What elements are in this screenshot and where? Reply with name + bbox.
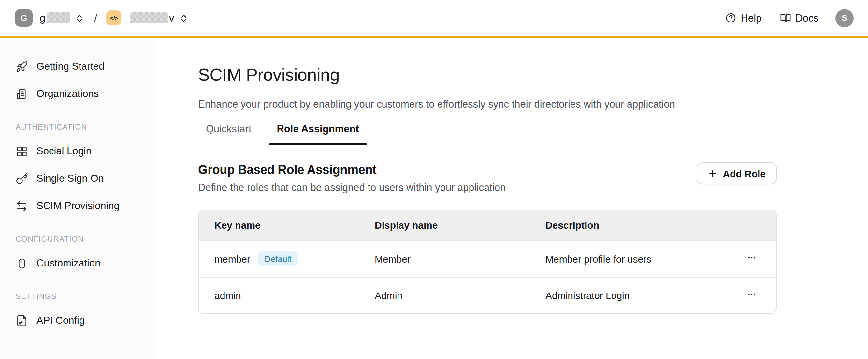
user-avatar-letter: S [842,13,847,23]
add-role-button[interactable]: Add Role [696,162,777,185]
table-row: member Default Member Member profile for… [199,240,776,277]
main-content: SCIM Provisioning Enhance your product b… [156,38,868,359]
building-icon [16,88,28,100]
row-menu-button[interactable] [744,288,759,303]
project-name-redacted [131,12,168,24]
plus-icon [708,168,717,178]
roles-table: Key name Display name Description member [198,210,777,314]
project-switcher[interactable]: v [129,12,189,24]
column-header-actions [735,210,776,240]
tab-quickstart[interactable]: Quickstart [198,123,259,144]
page-subtitle: Enhance your product by enabling your cu… [198,98,777,111]
help-button[interactable]: Help [725,12,762,24]
sidebar-item-label: Single Sign On [36,173,104,185]
table-row: admin Admin Administrator Login [199,277,776,314]
sidebar: Getting Started Organizations AUTHENTICA… [0,38,156,359]
sidebar-item-label: Organizations [36,88,99,100]
sidebar-section-configuration: CONFIGURATION [16,234,156,244]
org-name-redacted [46,12,69,24]
sidebar-item-single-sign-on[interactable]: Single Sign On [16,169,156,188]
chevrons-up-down-icon [74,13,84,23]
project-badge: </> [106,10,122,25]
role-display-name: Member [359,240,530,277]
role-description: Administrator Login [530,277,735,314]
column-header-key-name: Key name [199,210,359,240]
org-avatar[interactable]: G [15,9,33,27]
default-badge: Default [258,251,298,266]
sidebar-item-social-login[interactable]: Social Login [16,142,156,160]
help-circle-icon [725,12,736,24]
role-description: Member profile for users [530,240,735,277]
tab-role-assignment[interactable]: Role Assignment [269,123,367,144]
sidebar-section-authentication: AUTHENTICATION [16,123,156,132]
project-name-text: v [169,12,174,24]
column-header-display-name: Display name [359,210,530,240]
chevrons-up-down-icon [179,13,188,23]
topbar-actions: Help Docs S [725,9,854,27]
topbar: G g / </> v [0,0,868,38]
sidebar-item-label: Getting Started [36,61,104,72]
sidebar-item-label: Social Login [36,145,92,157]
key-icon [16,172,28,185]
sidebar-item-label: Customization [36,257,100,269]
org-name-text: g [40,12,45,24]
breadcrumb: G g / </> v [15,9,188,27]
file-key-icon [16,314,28,327]
add-role-label: Add Role [723,168,766,179]
sidebar-item-organizations[interactable]: Organizations [16,85,156,103]
role-section-header: Group Based Role Assignment Define the r… [198,162,777,194]
sidebar-item-api-config[interactable]: API Config [16,312,156,330]
ellipsis-icon [746,290,756,301]
tab-bar: Quickstart Role Assignment [198,123,777,145]
row-menu-button[interactable] [744,251,759,266]
role-key: member [214,253,250,264]
role-key: admin [214,290,241,301]
rocket-icon [16,60,28,73]
breadcrumb-separator: / [94,11,97,25]
arrows-left-right-icon [16,200,28,212]
sidebar-item-scim-provisioning[interactable]: SCIM Provisioning [16,197,156,215]
app-root: G g / </> v [0,0,868,359]
page-title: SCIM Provisioning [198,64,777,86]
org-avatar-letter: G [21,13,27,23]
user-avatar[interactable]: S [835,9,854,27]
docs-label: Docs [795,12,818,24]
sidebar-item-customization[interactable]: Customization [16,254,156,272]
column-header-description: Description [530,210,735,240]
sidebar-item-label: API Config [36,315,85,326]
mouse-icon [16,257,28,269]
sidebar-item-label: SCIM Provisioning [36,200,120,212]
help-label: Help [741,12,762,24]
role-section-subtitle: Define the roles that can be assigned to… [198,181,506,194]
docs-button[interactable]: Docs [780,12,818,24]
grid-icon [16,145,28,157]
code-icon: </> [110,15,118,21]
role-section-title: Group Based Role Assignment [198,162,506,178]
ellipsis-icon [746,253,756,264]
table-header-row: Key name Display name Description [199,210,776,240]
sidebar-item-getting-started[interactable]: Getting Started [16,57,156,75]
role-section-text: Group Based Role Assignment Define the r… [198,162,506,194]
book-open-icon [780,12,791,24]
org-switcher[interactable]: g [40,12,84,24]
sidebar-section-settings: SETTINGS [16,292,156,302]
role-display-name: Admin [359,277,530,314]
